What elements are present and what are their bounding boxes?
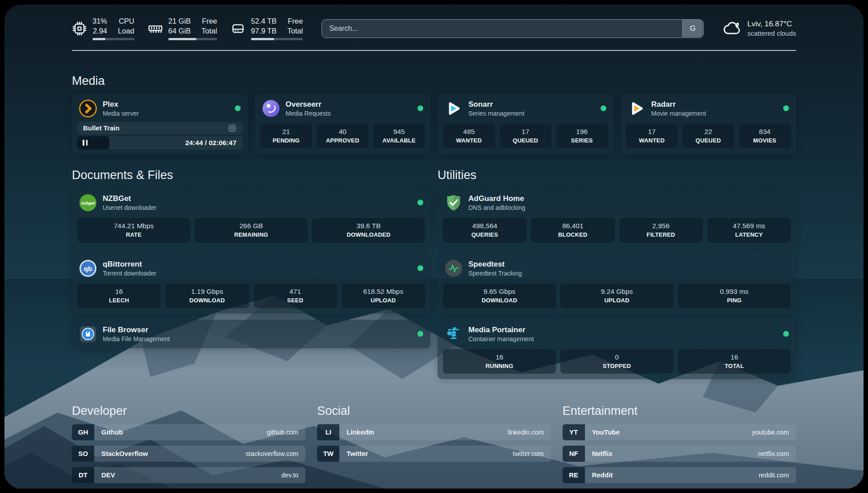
bookmark-github[interactable]: GH Github github.com: [72, 424, 305, 440]
section-title-social: Social: [317, 404, 551, 418]
service-card-adguard[interactable]: AdGuard Home DNS and adblocking 498,564 …: [438, 188, 796, 248]
service-name: Radarr: [651, 100, 706, 109]
stat-wanted: 17 WANTED: [626, 124, 678, 148]
section-title-documents: Documents & Files: [72, 168, 430, 182]
bookmark-name: DEV: [101, 471, 115, 479]
stat-remaining: 266 GB REMAINING: [195, 218, 308, 242]
cpu-load-label: Load: [118, 26, 134, 36]
service-card-portainer[interactable]: Media Portainer Container management 16 …: [438, 320, 796, 379]
bookmark-name: Github: [101, 428, 123, 436]
stat-total: 16 TOTAL: [678, 349, 791, 374]
bookmark-url: youtube.com: [752, 429, 789, 436]
cpu-icon: [72, 21, 87, 36]
stat-upload: 9.24 Gbps UPLOAD: [560, 284, 673, 308]
now-playing: Bullet Train 24:44 / 02:06:47: [77, 122, 242, 150]
bookmark-url: github.com: [267, 429, 298, 436]
memory-free-value: 21 GiB: [168, 17, 191, 26]
bookmark-netflix[interactable]: NF Netflix netflix.com: [563, 446, 796, 462]
service-description: Container management: [468, 335, 534, 343]
filebrowser-icon: [79, 325, 97, 343]
service-card-radarr[interactable]: Radarr Movie management 17 WANTED 22 QUE…: [621, 94, 797, 155]
scattered-clouds-icon: [722, 19, 742, 38]
service-name: Media Portainer: [468, 326, 534, 334]
disk-icon: [230, 21, 246, 36]
status-dot: [783, 331, 789, 337]
bookmark-abbr: GH: [72, 424, 94, 440]
bookmark-twitter[interactable]: TW Twitter twitter.com: [317, 446, 551, 462]
section-utilities: Utilities: [438, 168, 796, 379]
service-description: Media server: [103, 110, 139, 117]
bookmark-youtube[interactable]: YT YouTube youtube.com: [563, 424, 796, 440]
top-bar: 31% CPU 2.94 Load: [72, 17, 796, 40]
bookmark-abbr: RE: [563, 467, 585, 483]
stat-queued: 22 QUEUED: [682, 124, 734, 148]
service-name: Sonarr: [468, 100, 524, 109]
radarr-icon: [628, 100, 646, 117]
weather-condition: scattered clouds: [747, 29, 796, 37]
cpu-usage-value: 31%: [92, 17, 107, 26]
service-card-overseerr[interactable]: Overseerr Media Requests 21 PENDING 40 A…: [255, 94, 431, 155]
bookmark-abbr: SO: [72, 446, 94, 462]
service-description: Torrent downloader: [103, 270, 156, 277]
stat-latency: 47.569 ms LATENCY: [707, 218, 791, 242]
bookmark-abbr: DT: [72, 467, 94, 483]
bookmark-name: YouTube: [592, 428, 620, 436]
service-card-qbittorrent[interactable]: qb qBittorrent Torrent downloader 16: [72, 254, 430, 313]
bookmark-url: linkedin.com: [508, 429, 544, 436]
nzbget-icon: nzbget: [79, 194, 97, 212]
media-type-icon: [228, 124, 237, 133]
service-card-speedtest[interactable]: Speedtest Speedtest Tracking 9.65 Gbps D…: [438, 254, 796, 313]
bookmark-name: StackOverflow: [101, 450, 148, 457]
memory-free-label: Free: [201, 17, 217, 26]
stat-queued: 17 QUEUED: [500, 124, 552, 148]
svg-text:nzbget: nzbget: [81, 200, 95, 205]
memory-total-value: 64 GiB: [168, 26, 191, 36]
stat-movies: 834 MOVIES: [739, 124, 791, 148]
section-title-developer: Developer: [72, 404, 305, 418]
stat-approved: 40 APPROVED: [317, 124, 369, 148]
system-widgets: 31% CPU 2.94 Load: [72, 17, 303, 40]
bookmark-stackoverflow[interactable]: SO StackOverflow stackoverflow.com: [72, 446, 305, 462]
search-input[interactable]: [321, 19, 703, 38]
bookmark-name: Twitter: [346, 450, 368, 457]
sonarr-icon: [445, 100, 463, 117]
bookmark-reddit[interactable]: RE Reddit reddit.com: [563, 467, 796, 483]
section-title-entertainment: Entertainment: [563, 404, 796, 418]
cpu-load-value: 2.94: [92, 26, 107, 36]
memory-total-label: Total: [201, 26, 217, 36]
playback-progress-bar[interactable]: 24:44 / 02:06:47: [77, 136, 242, 150]
cpu-usage-label: CPU: [118, 17, 134, 26]
search-provider-button[interactable]: G: [682, 20, 703, 37]
service-card-nzbget[interactable]: nzbget NZBGet Usenet downloader 744.21 M…: [72, 188, 430, 248]
bookmark-linkedin[interactable]: LI LinkedIn linkedin.com: [317, 424, 551, 440]
status-dot: [417, 331, 423, 337]
snow-specks: [4, 4, 5, 5]
bookmark-abbr: TW: [317, 446, 339, 462]
bookmark-abbr: YT: [563, 424, 585, 440]
stat-filtered: 2,956 FILTERED: [619, 218, 703, 242]
memory-progress-track: [168, 38, 217, 40]
playback-time: 24:44 / 02:06:47: [185, 139, 237, 147]
bookmark-abbr: NF: [563, 446, 585, 462]
status-dot: [235, 105, 241, 111]
bookmark-url: dev.to: [281, 472, 298, 479]
disk-total-value: 97.9 TB: [251, 26, 276, 36]
qbittorrent-icon: qb: [79, 259, 97, 277]
service-description: Speedtest Tracking: [468, 270, 522, 277]
bookmark-name: Netflix: [592, 450, 613, 457]
search-bar: G: [321, 19, 703, 38]
service-description: Usenet downloader: [103, 204, 157, 211]
service-card-filebrowser[interactable]: File Browser Media File Management: [72, 320, 430, 348]
stat-stopped: 0 STOPPED: [560, 349, 673, 374]
stat-download: 1.19 Gbps DOWNLOAD: [165, 284, 249, 308]
weather-location-temp: Lviv, 16.87°C: [747, 20, 796, 29]
weather-widget: Lviv, 16.87°C scattered clouds: [722, 19, 796, 38]
status-dot: [417, 105, 423, 111]
bookmark-dev[interactable]: DT DEV dev.to: [72, 467, 305, 483]
disk-total-label: Total: [288, 26, 303, 36]
playback-progress-fill: [77, 136, 109, 150]
service-card-plex[interactable]: Plex Media server Bullet Train: [72, 94, 248, 155]
stat-series: 196 SERIES: [556, 124, 608, 148]
service-card-sonarr[interactable]: Sonarr Series management 485 WANTED 17 Q…: [438, 94, 613, 155]
bookmark-url: netflix.com: [758, 450, 789, 457]
